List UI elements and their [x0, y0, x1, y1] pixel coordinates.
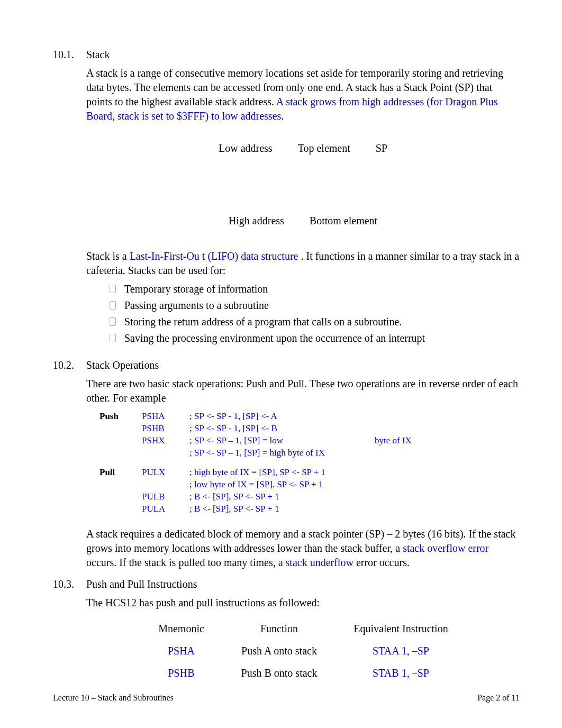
- mnemonic-table: Mnemonic Function Equivalent Instruction…: [142, 617, 465, 684]
- diagram-sp-label: SP: [376, 141, 387, 156]
- text: occurs. If the stack is pulled too many …: [86, 557, 278, 568]
- op-comment: ; SP <- SP - 1, [SP] <- B: [189, 423, 359, 435]
- op-extra: [359, 491, 375, 503]
- section-title: Stack: [86, 48, 110, 62]
- table-row: PSHA Push A onto stack STAA 1, –SP: [142, 640, 465, 662]
- table-row: Pull PULX ; high byte of IX = [SP], SP <…: [99, 467, 520, 479]
- op-comment: ; SP <- SP – 1, [SP] = low: [189, 435, 359, 447]
- table-row: ; SP <- SP – 1, [SP] = high byte of IX: [99, 447, 520, 459]
- op-name: Push: [99, 411, 142, 423]
- op-comment: ; SP <- SP - 1, [SP] <- A: [189, 411, 359, 423]
- op-name: Pull: [99, 467, 142, 479]
- list-item: Passing arguments to a subroutine: [107, 297, 520, 314]
- table-row: PULB ; B <- [SP], SP <- SP + 1: [99, 491, 520, 503]
- op-comment: ; B <- [SP], SP <- SP + 1: [189, 491, 359, 503]
- stack-diagram: Low address Top element SP High address …: [86, 141, 520, 228]
- op-name: [99, 423, 142, 435]
- op-mnemonic: PSHB: [142, 423, 189, 435]
- page: 10.1. Stack A stack is a range of consec…: [0, 0, 562, 728]
- paragraph: A stack is a range of consecutive memory…: [86, 66, 520, 123]
- text: Stack is a: [86, 250, 130, 262]
- paragraph: Stack is a Last-In-First-Ou t (LIFO) dat…: [86, 249, 520, 278]
- table-row: ; low byte of IX = [SP], SP <- SP + 1: [99, 479, 520, 491]
- op-comment: ; high byte of IX = [SP], SP <- SP + 1: [189, 467, 359, 479]
- list-item: Storing the return address of a program …: [107, 314, 520, 330]
- section-10-3-body: The HCS12 has push and pull instructions…: [86, 596, 520, 684]
- text-blue: a stack overflow error: [395, 542, 488, 554]
- section-10-1-body: A stack is a range of consecutive memory…: [86, 66, 520, 347]
- op-name: [99, 447, 142, 459]
- op-mnemonic: PULA: [142, 503, 189, 515]
- op-mnemonic: PSHA: [142, 411, 189, 423]
- op-name: [99, 491, 142, 503]
- section-number: 10.1.: [53, 48, 86, 62]
- op-extra: byte of IX: [359, 435, 412, 447]
- table-row: PULA ; B <- [SP], SP <- SP + 1: [99, 503, 520, 515]
- col-header-function: Function: [221, 617, 338, 640]
- table-row: Push PSHA ; SP <- SP - 1, [SP] <- A: [99, 411, 520, 423]
- paragraph: A stack requires a dedicated block of me…: [86, 527, 520, 570]
- section-10-2-body: There are two basic stack operations: Pu…: [86, 377, 520, 570]
- op-comment: ; B <- [SP], SP <- SP + 1: [189, 503, 359, 515]
- op-name: [99, 503, 142, 515]
- section-number: 10.3.: [53, 577, 86, 592]
- section-title: Stack Operations: [86, 358, 159, 372]
- section-10-3-header: 10.3. Push and Pull Instructions: [53, 577, 520, 592]
- diagram-row-bottom: High address Bottom element: [229, 214, 377, 228]
- diagram-low-address: Low address: [219, 141, 273, 156]
- section-10-2-header: 10.2. Stack Operations: [53, 358, 520, 372]
- op-name: [99, 435, 142, 447]
- cell-mnemonic: PSHB: [142, 662, 221, 684]
- section-10-1-header: 10.1. Stack: [53, 48, 520, 62]
- op-extra: [359, 423, 375, 435]
- table-header-row: Mnemonic Function Equivalent Instruction: [142, 617, 465, 640]
- text-blue: Last-In-First-Ou t (LIFO) data structure: [130, 250, 301, 262]
- bullet-list: Temporary storage of information Passing…: [107, 281, 520, 347]
- stack-ops-table: Push PSHA ; SP <- SP - 1, [SP] <- A PSHB…: [99, 411, 520, 515]
- op-mnemonic: PSHX: [142, 435, 189, 447]
- op-name: [99, 479, 142, 491]
- footer-right: Page 2 of 11: [477, 693, 520, 703]
- op-extra: [359, 479, 375, 491]
- op-extra: [359, 503, 375, 515]
- cell-equivalent: STAA 1, –SP: [338, 640, 465, 662]
- cell-mnemonic: PSHA: [142, 640, 221, 662]
- table-gap: [99, 459, 520, 467]
- op-comment: ; low byte of IX = [SP], SP <- SP + 1: [189, 479, 359, 491]
- diagram-row-top: Low address Top element SP: [219, 141, 387, 156]
- paragraph: There are two basic stack operations: Pu…: [86, 377, 520, 405]
- table-row: PSHX ; SP <- SP – 1, [SP] = low byte of …: [99, 435, 520, 447]
- table-row: PSHB ; SP <- SP - 1, [SP] <- B: [99, 423, 520, 435]
- op-comment: ; SP <- SP – 1, [SP] = high byte of IX: [189, 447, 359, 459]
- diagram-bottom-element: Bottom element: [310, 214, 377, 228]
- op-mnemonic: [142, 447, 189, 459]
- page-footer: Lecture 10 – Stack and Subroutines Page …: [53, 693, 520, 703]
- diagram-high-address: High address: [229, 214, 284, 228]
- footer-left: Lecture 10 – Stack and Subroutines: [53, 693, 174, 703]
- section-title: Push and Pull Instructions: [86, 577, 197, 592]
- diagram-top-element: Top element: [298, 141, 350, 156]
- op-extra: [359, 447, 375, 459]
- text-blue: a stack underflow: [278, 557, 353, 568]
- list-item: Saving the processing environment upon t…: [107, 330, 520, 347]
- op-mnemonic: [142, 479, 189, 491]
- op-mnemonic: PULX: [142, 467, 189, 479]
- text: error occurs.: [353, 557, 410, 568]
- table-row: PSHB Push B onto stack STAB 1, –SP: [142, 662, 465, 684]
- paragraph: The HCS12 has push and pull instructions…: [86, 596, 520, 610]
- cell-function: Push A onto stack: [221, 640, 338, 662]
- section-number: 10.2.: [53, 358, 86, 372]
- op-extra: [359, 467, 375, 479]
- cell-equivalent: STAB 1, –SP: [338, 662, 465, 684]
- col-header-mnemonic: Mnemonic: [142, 617, 221, 640]
- op-mnemonic: PULB: [142, 491, 189, 503]
- text: .: [281, 110, 284, 122]
- col-header-equivalent: Equivalent Instruction: [338, 617, 465, 640]
- cell-function: Push B onto stack: [221, 662, 338, 684]
- op-extra: [359, 411, 375, 423]
- list-item: Temporary storage of information: [107, 281, 520, 297]
